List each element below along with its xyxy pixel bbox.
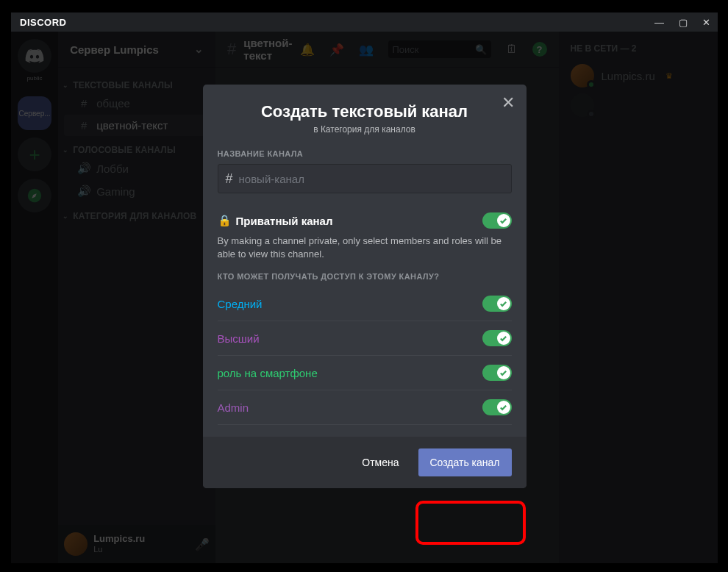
app-brand: DISCORD [20,17,66,28]
chevron-down-icon: ⌄ [63,212,71,220]
role-row: Средний [218,287,512,321]
home-button[interactable]: public [18,39,51,73]
search-input[interactable]: Поиск 🔍 [388,40,491,58]
role-row: Admin [218,390,512,425]
search-icon: 🔍 [475,44,487,55]
hash-icon: # [77,97,90,110]
close-icon[interactable]: ✕ [502,95,515,111]
role-row: Высший [218,321,512,356]
cancel-button[interactable]: Отмена [350,448,410,476]
members-panel: НЕ В СЕТИ — 2 Lumpics.ru ♛ [559,32,718,563]
hash-icon: # [227,40,236,59]
channel-sidebar: Сервер Lumpics ⌄ ⌄ТЕКСТОВЫЕ КАНАЛЫ #обще… [58,32,215,563]
role-name: Admin [218,401,249,414]
modal-subtitle: в Категория для каналов [218,124,512,135]
modal-title: Создать текстовый канал [218,102,512,121]
role-row: роль на смартфоне [218,356,512,390]
member-row[interactable] [571,90,713,120]
role-toggle[interactable] [482,365,512,381]
compass-icon [26,187,43,204]
home-label: public [18,75,51,82]
role-toggle[interactable] [482,296,512,312]
create-channel-modal: ✕ Создать текстовый канал в Категория дл… [203,85,527,488]
lock-icon: 🔒 [218,214,232,227]
window-close-icon[interactable]: ✕ [702,17,710,28]
window-minimize-icon[interactable]: — [654,17,664,28]
role-name: роль на смартфоне [218,367,318,379]
hash-icon: # [226,171,233,187]
category-voice[interactable]: ⌄ГОЛОСОВЫЕ КАНАЛЫ [58,143,215,157]
private-toggle[interactable] [482,212,512,229]
role-name: Высший [218,332,260,345]
titlebar: DISCORD — ▢ ✕ [11,12,718,32]
channel-name-label: НАЗВАНИЕ КАНАЛА [218,149,512,158]
server-header[interactable]: Сервер Lumpics ⌄ [58,32,215,67]
avatar [571,93,594,117]
chevron-down-icon: ⌄ [194,43,204,56]
user-discriminator: Lu [93,545,145,554]
members-icon[interactable]: 👥 [359,43,374,57]
crown-icon: ♛ [665,71,673,81]
member-row[interactable]: Lumpics.ru ♛ [571,61,713,90]
speaker-icon: 🔊 [77,185,90,198]
explore-button[interactable] [18,179,51,212]
pin-icon[interactable]: 📌 [329,43,344,57]
help-icon[interactable]: ? [532,42,547,57]
status-offline-icon [587,110,596,118]
category-custom[interactable]: ⌄КАТЕГОРИЯ ДЛЯ КАНАЛОВ [58,210,215,223]
bell-icon[interactable]: 🔔 [300,43,315,57]
access-label: КТО МОЖЕТ ПОЛУЧАТЬ ДОСТУП К ЭТОМУ КАНАЛУ… [218,272,512,281]
chevron-down-icon: ⌄ [63,82,71,89]
add-server-button[interactable]: + [18,137,51,171]
server-name: Сервер Lumpics [70,43,159,56]
avatar[interactable] [64,532,88,556]
mic-icon[interactable]: 🎤 [195,537,210,551]
create-channel-button[interactable]: Создать канал [418,448,512,476]
voice-channel-item[interactable]: 🔊Лобби [64,157,210,179]
members-offline-header: НЕ В СЕТИ — 2 [571,43,713,54]
channel-header: # цветной-текст 🔔 📌 👥 Поиск 🔍 🗓 ? [215,32,558,67]
avatar [571,64,594,87]
chevron-down-icon: ⌄ [63,146,71,154]
role-toggle[interactable] [482,399,512,415]
search-placeholder: Поиск [393,44,471,55]
window-maximize-icon[interactable]: ▢ [679,17,688,28]
private-channel-label: 🔒 Приватный канал [218,214,333,227]
channel-item-selected[interactable]: #цветной-текст [64,115,210,136]
channel-item[interactable]: #общее [64,93,210,114]
channel-name-placeholder: новый-канал [239,173,304,185]
status-online-icon [587,80,596,89]
user-area: Lumpics.ru Lu 🎤 [58,525,215,563]
hash-icon: # [77,119,90,132]
discord-logo-icon [25,46,44,65]
private-channel-desc: By making a channel private, only select… [218,235,512,260]
guild-list: public Сервер... + [11,32,58,563]
member-name: Lumpics.ru [602,70,655,82]
channel-title: цветной-текст [243,37,292,62]
role-name: Средний [218,298,263,310]
role-toggle[interactable] [482,330,512,346]
voice-channel-item[interactable]: 🔊Gaming [64,180,210,202]
inbox-icon[interactable]: 🗓 [506,43,518,56]
guild-selected[interactable]: Сервер... [18,96,51,130]
category-text[interactable]: ⌄ТЕКСТОВЫЕ КАНАЛЫ [58,79,215,92]
channel-name-input[interactable]: # новый-канал [218,164,512,193]
speaker-icon: 🔊 [77,162,90,175]
username: Lumpics.ru [93,534,145,545]
